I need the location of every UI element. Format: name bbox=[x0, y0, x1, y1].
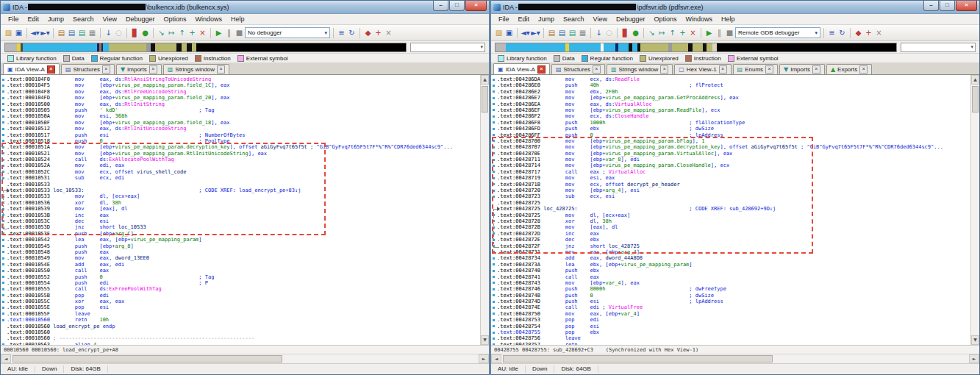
asm-line[interactable]: .text:0001055E pop esi bbox=[1, 304, 480, 310]
asm-line[interactable]: .text:00010533 bbox=[1, 182, 480, 188]
asm-line[interactable]: .text:00010500 mov eax, ds:RtlInitString bbox=[1, 101, 480, 107]
asm-line[interactable]: .text:0001053F push [ebp+arg_C] bbox=[1, 231, 480, 237]
asm-line[interactable]: .text:00010533 loc_10533: ; CODE XREF: l… bbox=[1, 188, 480, 193]
asm-line[interactable]: .text:004286E0 push 40h ; flProtect bbox=[491, 82, 970, 88]
scroll-track[interactable] bbox=[971, 114, 979, 335]
asm-line[interactable]: .text:004286F8 push 1000h ; flAllocation… bbox=[491, 120, 970, 126]
vertical-scrollbar[interactable]: ▲ ▼ bbox=[480, 75, 489, 345]
asm-line[interactable]: .text:0042871B mov ecx, offset decrypt_p… bbox=[491, 182, 970, 188]
scroll-up-icon[interactable]: ▲ bbox=[481, 75, 489, 85]
asm-line[interactable]: .text:004286FD push ebx ; dwSize bbox=[491, 126, 970, 132]
close-tab-icon[interactable]: × bbox=[149, 65, 157, 74]
analysis-indicator-icon[interactable]: ● bbox=[140, 27, 150, 38]
asm-line[interactable]: .text:0042870E mov [ebp+virus_pe_mapping… bbox=[491, 151, 970, 157]
asm-line[interactable]: .text:00010539 mov [eax], dl bbox=[1, 206, 480, 212]
asm-line[interactable]: .text:0042873A lea ebx, [ebp+virus_pe_ma… bbox=[491, 262, 970, 268]
menu-options[interactable]: Options bbox=[649, 15, 681, 23]
start-process-icon[interactable]: ▶ bbox=[704, 27, 714, 38]
asm-line[interactable]: .text:00428714 mov [ebp+virus_pe_mapping… bbox=[491, 162, 970, 168]
asm-line[interactable]: .text:00010563 align 4 bbox=[1, 342, 480, 345]
asm-line[interactable]: .text:0001050F mov [ebp+virus_pe_mapping… bbox=[1, 120, 480, 126]
asm-line[interactable]: .text:00428734 add eax, dword_44A8D8 bbox=[491, 255, 970, 261]
asm-line[interactable]: .text:00428756 leave bbox=[491, 335, 970, 341]
vertical-scrollbar[interactable]: ▲ ▼ bbox=[970, 75, 979, 345]
close-tab-icon[interactable]: × bbox=[719, 65, 727, 74]
scroll-left-icon[interactable]: ◄ bbox=[1, 354, 11, 363]
menu-windows[interactable]: Windows bbox=[191, 15, 227, 23]
asm-line[interactable]: .text:00428700 mov [ebp+virus_pe_mapping… bbox=[491, 138, 970, 144]
menu-file[interactable]: File bbox=[4, 15, 24, 23]
asm-line[interactable]: .text:00428750 mov eax, [ebp+var_4] bbox=[491, 311, 970, 317]
asm-line[interactable]: .text:0001052A mov edi, eax bbox=[1, 162, 480, 168]
tab-structures[interactable]: ▤Structures× bbox=[61, 64, 115, 74]
asm-line[interactable]: .text:000104F0 mov eax, ds:RtlAnsiString… bbox=[1, 76, 480, 82]
menu-jump[interactable]: Jump bbox=[534, 15, 559, 23]
asm-line[interactable]: .text:00010521 mov [ebp+virus_pe_mapping… bbox=[1, 151, 480, 157]
debugger-attach-icon[interactable]: + bbox=[678, 27, 687, 38]
horizontal-scrollbar[interactable]: ◄ ► bbox=[491, 354, 979, 363]
scroll-down-icon[interactable]: ▼ bbox=[481, 335, 489, 345]
start-process-icon[interactable]: ▶ bbox=[214, 27, 223, 38]
navigate-forward-icon[interactable]: ►▾ bbox=[531, 27, 540, 38]
debugger-run-until-icon[interactable]: ↑ bbox=[177, 27, 187, 38]
tab-exports[interactable]: ▲Exports× bbox=[826, 64, 872, 74]
navigation-band-icon[interactable]: ▊ bbox=[130, 27, 140, 38]
asm-line[interactable]: .text:00010555 call ds:ExFreePoolWithTag bbox=[1, 286, 480, 292]
refresh-icon[interactable]: ↻ bbox=[837, 27, 847, 38]
asm-line[interactable]: .text:004286EA mov eax, ds:VirtualAlloc bbox=[491, 101, 970, 107]
scroll-up-icon[interactable]: ▲ bbox=[971, 75, 979, 85]
asm-line[interactable]: .text:0001055B pop edi bbox=[1, 293, 480, 299]
close-tab-icon[interactable]: × bbox=[593, 65, 601, 74]
close-tab-icon[interactable]: × bbox=[537, 65, 546, 74]
asm-line[interactable]: .text:00428725 mov dl, [ecx+eax] bbox=[491, 213, 970, 218]
asm-line[interactable]: .text:000104F8 mov eax, ds:RtlFreeUnicod… bbox=[1, 89, 480, 95]
asm-line[interactable]: .text:0042874D push esi ; lpAddress bbox=[491, 299, 970, 304]
menu-view[interactable]: View bbox=[99, 15, 121, 23]
asm-line[interactable]: .text:00428725 bbox=[491, 200, 970, 206]
scroll-track[interactable] bbox=[481, 114, 489, 335]
asm-line[interactable]: .text:00428719 mov esi, eax bbox=[491, 175, 970, 181]
asm-line[interactable]: .text:000104FD mov [ebp+virus_pe_mapping… bbox=[1, 95, 480, 101]
analysis-indicator-icon[interactable]: ● bbox=[631, 27, 640, 38]
asm-line[interactable]: .text:004286E7 mov [ebp+virus_pe_mapping… bbox=[491, 95, 970, 101]
stop-process-icon[interactable]: ■ bbox=[725, 27, 734, 38]
menu-view[interactable]: View bbox=[589, 15, 612, 23]
jump-address-icon[interactable]: ↓ bbox=[104, 27, 113, 38]
asm-line[interactable]: .text:00010545 push [ebp+arg_8] bbox=[1, 243, 480, 249]
menu-search[interactable]: Search bbox=[68, 15, 99, 23]
copy-data-icon[interactable]: ▤ bbox=[57, 27, 66, 38]
save-icon[interactable]: ▣ bbox=[504, 27, 514, 38]
asm-line[interactable]: .text:00010518 push 0 ; PoolType bbox=[1, 138, 480, 144]
asm-line[interactable]: .text:00428720 mov [ebp+arg_4], esi bbox=[491, 188, 970, 193]
asm-line[interactable]: .text:004286DA mov ecx, ds:ReadFile bbox=[491, 76, 970, 82]
jump-address-icon[interactable]: ↓ bbox=[594, 27, 604, 38]
asm-line[interactable]: .text:0042872E dec ebx bbox=[491, 237, 970, 243]
crop-region-icon[interactable]: ◌ bbox=[604, 27, 614, 38]
menu-search[interactable]: Search bbox=[559, 15, 589, 23]
navigate-forward-icon[interactable]: ►▾ bbox=[40, 27, 50, 38]
vertical-scroll-thumb[interactable] bbox=[482, 86, 488, 113]
asm-line[interactable]: .text:00428746 push 8000h ; dwFreeType bbox=[491, 286, 970, 292]
tab-imports[interactable]: ▼Imports× bbox=[116, 64, 162, 74]
tab-hex-view-1[interactable]: ▢Hex View-1× bbox=[674, 64, 731, 74]
menu-windows[interactable]: Windows bbox=[682, 15, 718, 23]
asm-line[interactable]: .text:00010560 ; -----------------------… bbox=[1, 335, 480, 341]
asm-line[interactable]: .text:00428717 call eax ; VirtualAlloc bbox=[491, 169, 970, 175]
asm-line[interactable]: .text:00010512 mov eax, ds:RtlInitUnicod… bbox=[1, 126, 480, 132]
copy-all-icon[interactable]: ▤ bbox=[77, 27, 87, 38]
maximize-button[interactable]: □ bbox=[449, 1, 465, 11]
close-button[interactable]: × bbox=[465, 1, 487, 11]
asm-line[interactable]: .text:004286E2 mov ebx, 2F0h bbox=[491, 89, 970, 95]
navband-zoom-select[interactable]: ▾ bbox=[410, 43, 485, 52]
asm-line[interactable]: .text:00428740 push ebx bbox=[491, 268, 970, 274]
asm-line[interactable]: .text:00428741 call eax bbox=[491, 274, 970, 280]
asm-line[interactable]: .text:0042872B mov [eax], dl bbox=[491, 224, 970, 230]
crop-region-icon[interactable]: ◌ bbox=[114, 27, 124, 38]
horizontal-scrollbar[interactable]: ◄ ► bbox=[1, 354, 489, 363]
minimize-button[interactable]: – bbox=[433, 1, 448, 11]
asm-line[interactable]: .text:004286EF mov [ebp+virus_pe_mapping… bbox=[491, 107, 970, 113]
cancel-analysis-icon[interactable]: × bbox=[688, 27, 698, 38]
scroll-right-icon[interactable]: ► bbox=[969, 354, 979, 363]
disassembly-view[interactable]: .text:004286DA mov ecx, ds:ReadFile.text… bbox=[491, 75, 970, 345]
asm-line[interactable]: .text:0001053B inc eax bbox=[1, 213, 480, 218]
